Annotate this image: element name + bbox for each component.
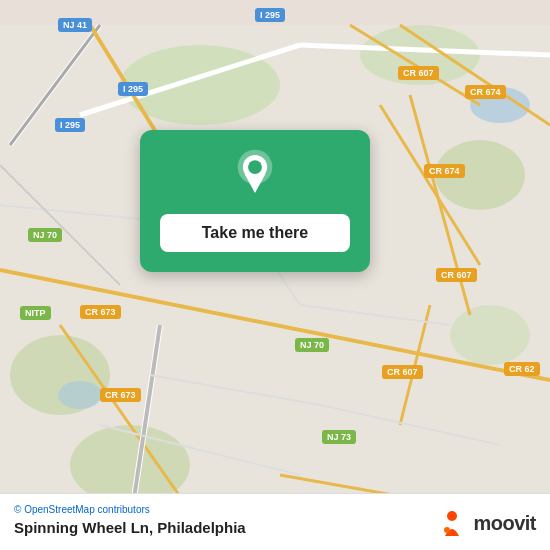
road-label-cr673-1: CR 673	[80, 305, 121, 319]
road-label-nj70-1: NJ 70	[28, 228, 62, 242]
road-label-cr674-1: CR 674	[465, 85, 506, 99]
take-me-there-button[interactable]: Take me there	[160, 214, 350, 252]
road-label-cr62: CR 62	[504, 362, 540, 376]
road-label-cr607-1: CR 607	[398, 66, 439, 80]
svg-point-8	[58, 381, 102, 409]
svg-point-35	[447, 511, 457, 521]
road-label-i295-2: I 295	[118, 82, 148, 96]
attribution-text: © OpenStreetMap contributors	[14, 504, 150, 515]
road-label-cr607-2: CR 607	[436, 268, 477, 282]
road-label-cr673-2: CR 673	[100, 388, 141, 402]
moovit-logo: moovit	[437, 508, 536, 538]
svg-point-36	[444, 527, 450, 533]
moovit-text: moovit	[473, 512, 536, 535]
moovit-icon	[437, 508, 467, 538]
road-label-i295-3: I 295	[55, 118, 85, 132]
road-label-cr674-2: CR 674	[424, 164, 465, 178]
map-container: NJ 41 I 295 I 295 I 295 NJ 70 NJ 70 NJ 7…	[0, 0, 550, 550]
svg-marker-34	[245, 174, 266, 193]
road-label-nitp: NITP	[20, 306, 51, 320]
road-label-i295-1: I 295	[255, 8, 285, 22]
location-pin-icon	[229, 148, 281, 200]
svg-point-33	[248, 160, 262, 174]
svg-point-6	[450, 305, 530, 365]
road-label-nj70-2: NJ 70	[295, 338, 329, 352]
road-label-nj41: NJ 41	[58, 18, 92, 32]
road-label-nj73: NJ 73	[322, 430, 356, 444]
road-label-cr607-3: CR 607	[382, 365, 423, 379]
map-card: Take me there	[140, 130, 370, 272]
bottom-panel: © OpenStreetMap contributors Spinning Wh…	[0, 493, 550, 550]
